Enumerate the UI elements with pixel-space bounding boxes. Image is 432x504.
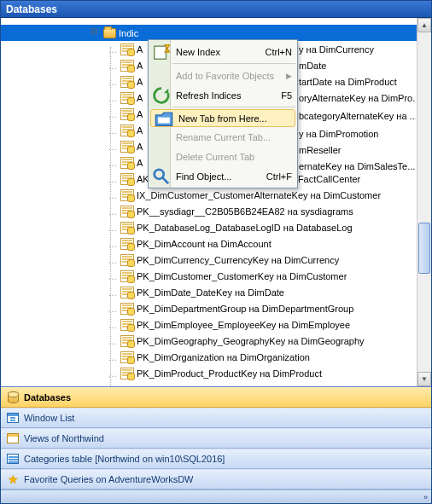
tree-node-index[interactable]: … PK_DimProduct_ProductKey на DimProduct <box>1 365 431 381</box>
svg-rect-1 <box>158 117 170 123</box>
tree-node-index[interactable]: … IX_DimCustomer_CustomerAlternateKey на… <box>1 187 431 203</box>
tree-node-index[interactable]: … PK_DimDate_DateKey на DimDate <box>1 284 431 300</box>
nav-panel-databases[interactable]: Databases <box>1 387 431 408</box>
submenu-arrow-icon: ▶ <box>286 72 297 80</box>
tree-node-label: A <box>137 93 143 103</box>
nav-panel-label: Views of Northwind <box>24 433 104 443</box>
tree-node-index[interactable]: … PK_DimDepartmentGroup на DimDepartment… <box>1 300 431 316</box>
tree-node-index[interactable]: … PK_DimAccount на DimAccount <box>1 235 431 252</box>
tree-connector: … <box>105 125 120 136</box>
tree-connector: … <box>105 239 120 249</box>
index-icon <box>120 43 134 56</box>
menu-item-shortcut: Ctrl+F <box>266 171 297 182</box>
tree-node-index[interactable]: … PK_DimEmployee_EmployeeKey на DimEmplo… <box>1 316 431 333</box>
menu-separator <box>172 107 295 107</box>
scroll-track[interactable] <box>417 32 431 372</box>
tree-connector: … <box>105 352 120 362</box>
nav-panel-favorite-queries-on-adventureworksdw[interactable]: ★ Favorite Queries on AdventureWorksDW <box>1 469 431 490</box>
blank-icon <box>152 148 171 166</box>
menu-item-shortcut: Ctrl+N <box>266 47 297 57</box>
tree-node-label: A <box>137 44 143 55</box>
index-icon <box>120 302 134 316</box>
menu-item-add-to-favorite-objects: Add to Favorite Objects▶ <box>149 66 297 85</box>
tree-connector: … <box>105 142 120 152</box>
folder-icon <box>102 26 116 40</box>
index-icon <box>120 253 134 267</box>
tree-node-index[interactable]: … PK__sysdiagr__C2B05B6B24EA82 на sysdia… <box>1 203 431 219</box>
nav-panel-categories-table-northwind-on-win10-sql2016[interactable]: Categories table [Northwind on win10\SQL… <box>1 449 431 469</box>
nav-panel-views-of-northwind[interactable]: Views of Northwind <box>1 428 431 449</box>
blank-icon <box>152 128 171 147</box>
menu-item-delete-current-tab: Delete Current Tab <box>149 147 297 166</box>
tree-node-label-partial: tartDate на DimProduct <box>299 73 416 90</box>
tree-connector: … <box>105 61 120 71</box>
blank-icon <box>152 67 171 85</box>
tree-node-index[interactable]: … PK_DimOrganization на DimOrganization <box>1 349 431 365</box>
find-icon <box>152 167 171 186</box>
database-explorer-window: Databases Indic … A … A … A … A … A … A … <box>0 0 432 504</box>
svg-line-3 <box>162 177 168 183</box>
index-icon <box>120 221 134 235</box>
tree-node-label: PK_DimOrganization на DimOrganization <box>137 352 310 362</box>
tree-node-label-partial: bcategoryAlternateKey на ... <box>299 106 416 125</box>
tree-connector: … <box>105 255 120 265</box>
index-icon <box>120 334 134 348</box>
tree-node-label: IX_DimCustomer_CustomerAlternateKey на D… <box>137 190 381 200</box>
vertical-scrollbar[interactable]: ▲ ▼ <box>417 18 431 386</box>
tree-node-label: Indic <box>119 28 138 38</box>
menu-item-refresh-indices[interactable]: Refresh IndicesF5 <box>149 85 297 105</box>
tree-node-label: PK_DimAccount на DimAccount <box>137 239 271 249</box>
index-icon <box>120 205 134 218</box>
tree-connector: … <box>105 287 120 298</box>
tree-connector: … <box>105 190 120 200</box>
tree-connector: … <box>105 206 120 217</box>
nav-panel-window-list[interactable]: Window List <box>1 408 431 428</box>
tree-node-index[interactable]: … PK_DatabaseLog_DatabaseLogID на Databa… <box>1 219 431 235</box>
tree-node-index[interactable]: … PK_DimCurrency_CurrencyKey на DimCurre… <box>1 252 431 268</box>
tree-guide-line <box>110 47 111 386</box>
tree-node-label: PK__sysdiagr__C2B05B6B24EA82 на sysdiagr… <box>137 206 353 217</box>
tree-node-label: PK_DimGeography_GeographyKey на DimGeogr… <box>137 336 365 346</box>
chevron-expand-icon[interactable]: » <box>423 493 426 501</box>
tab-icon <box>155 109 173 128</box>
tree-node-label: A <box>137 61 143 71</box>
index-icon <box>120 75 134 89</box>
tree-connector: … <box>105 271 120 281</box>
tree-node-label: PK_DimEmployee_EmployeeKey на DimEmploye… <box>137 320 350 330</box>
index-icon <box>120 237 134 251</box>
index-icon <box>120 91 134 105</box>
context-menu: New IndexCtrl+NAdd to Favorite Objects▶R… <box>148 39 298 188</box>
view-icon <box>6 432 20 445</box>
nav-panel-label: Categories table [Northwind on win10\SQL… <box>24 454 225 464</box>
menu-separator <box>172 63 295 64</box>
win-icon <box>6 411 20 425</box>
collapse-icon[interactable] <box>90 28 101 38</box>
nav-panel-label: Databases <box>24 392 71 403</box>
refresh-icon <box>152 86 171 105</box>
scroll-thumb[interactable] <box>418 223 430 274</box>
index-icon <box>120 156 134 170</box>
scroll-up-button[interactable]: ▲ <box>417 18 431 32</box>
tree-node-label: PK_DimCustomer_CustomerKey на DimCustome… <box>137 271 347 281</box>
footer-bar: » <box>1 490 431 503</box>
menu-item-find-object[interactable]: Find Object...Ctrl+F <box>149 166 297 186</box>
index-icon <box>120 124 134 137</box>
tree-node-label: A <box>137 77 143 87</box>
menu-item-new-index[interactable]: New IndexCtrl+N <box>149 42 297 61</box>
index-icon <box>120 140 134 154</box>
menu-item-label: New Index <box>171 47 266 57</box>
index-icon <box>120 367 134 380</box>
tree-node-label: A <box>137 109 143 119</box>
menu-item-label: Refresh Indices <box>171 90 281 101</box>
tree-connector: … <box>105 77 120 87</box>
tree-node-label-partial: ernateKey на DimSalesTe... <box>299 158 416 174</box>
tree-connector: … <box>105 44 120 55</box>
nav-panel-label: Favorite Queries on AdventureWorksDW <box>24 474 193 484</box>
scroll-down-button[interactable]: ▼ <box>417 372 431 386</box>
menu-item-new-tab-from-here[interactable]: New Tab from Here... <box>150 109 295 127</box>
index-icon <box>120 286 134 299</box>
svg-point-2 <box>155 169 164 178</box>
tree-connector: … <box>105 223 120 233</box>
tree-node-index[interactable]: … PK_DimGeography_GeographyKey на DimGeo… <box>1 333 431 349</box>
tree-node-index[interactable]: … PK_DimCustomer_CustomerKey на DimCusto… <box>1 268 431 284</box>
